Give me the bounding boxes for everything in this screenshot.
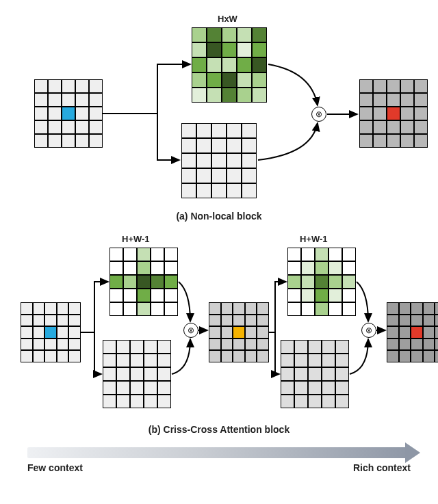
cell: [192, 57, 207, 72]
cell: [207, 57, 222, 72]
cell: [192, 42, 207, 57]
label-hxw: HxW: [218, 14, 237, 24]
cell: [359, 134, 373, 148]
cell: [257, 339, 269, 351]
cell: [44, 339, 57, 351]
cell: [75, 79, 89, 93]
cell: [207, 88, 222, 103]
cell: [281, 381, 294, 395]
cell: [359, 79, 373, 93]
cell: [387, 107, 400, 120]
cell: [252, 57, 267, 72]
cell: [151, 261, 164, 275]
cell: [242, 138, 257, 153]
cell: [21, 339, 33, 351]
cell: [196, 123, 211, 138]
cell: [328, 302, 342, 316]
cell: [211, 138, 227, 153]
cell: [33, 302, 45, 315]
matmul-icon-2: ⊗: [361, 323, 376, 338]
cell: [123, 289, 137, 302]
cell: [233, 350, 245, 362]
cell: [211, 168, 227, 183]
cell: [257, 315, 269, 327]
label-hw1-1: H+W-1: [122, 234, 150, 244]
cell: [33, 326, 45, 339]
cell: [103, 340, 116, 354]
cell: [164, 261, 178, 275]
cell: [209, 315, 221, 327]
cell: [103, 354, 116, 367]
cell: [110, 261, 123, 275]
cell: [181, 153, 196, 168]
cell: [414, 134, 428, 148]
cell: [342, 248, 356, 261]
cell: [33, 350, 45, 362]
cell: [57, 326, 69, 339]
cell: [435, 339, 438, 351]
cell: [342, 275, 356, 289]
cell: [157, 340, 171, 354]
cell: [207, 27, 222, 42]
attention-cross-1: [110, 248, 178, 316]
cell: [328, 248, 342, 261]
cell: [245, 326, 257, 339]
cell: [57, 315, 69, 327]
cell: [242, 153, 257, 168]
cell: [75, 93, 89, 107]
cell: [245, 339, 257, 351]
cell: [68, 315, 81, 327]
cell: [423, 350, 435, 362]
cell: [414, 93, 428, 107]
cell: [62, 134, 75, 148]
cell: [192, 72, 207, 88]
cell: [373, 79, 387, 93]
cell: [222, 57, 237, 72]
cell: [62, 120, 75, 134]
cell: [387, 134, 400, 148]
cell: [237, 57, 252, 72]
cell: [423, 326, 435, 339]
cell: [68, 326, 81, 339]
cell: [242, 123, 257, 138]
cell: [44, 302, 57, 315]
cell: [435, 302, 438, 315]
cell: [144, 340, 157, 354]
cell: [68, 350, 81, 362]
cell: [322, 381, 335, 395]
cell: [130, 395, 144, 408]
cell: [411, 315, 423, 327]
cell: [373, 93, 387, 107]
cell: [242, 168, 257, 183]
cell: [315, 289, 328, 302]
cell: [227, 183, 242, 198]
cell: [227, 153, 242, 168]
caption-a: (a) Non-local block: [21, 211, 417, 222]
cell: [222, 27, 237, 42]
cell: [123, 248, 137, 261]
cell: [322, 354, 335, 367]
cell: [48, 134, 62, 148]
cell: [211, 183, 227, 198]
cell: [68, 339, 81, 351]
cell: [227, 123, 242, 138]
cell: [359, 120, 373, 134]
cell: [301, 289, 315, 302]
cell: [151, 289, 164, 302]
cell: [287, 261, 301, 275]
cell: [257, 302, 269, 315]
cell: [21, 302, 33, 315]
cell: [123, 302, 137, 316]
cell: [399, 315, 411, 327]
cell: [21, 315, 33, 327]
cell: [75, 107, 89, 120]
cell: [308, 340, 322, 354]
cell: [322, 367, 335, 381]
cell: [281, 395, 294, 408]
matmul-icon-1: ⊗: [183, 323, 198, 338]
cell: [373, 120, 387, 134]
intermediate-feature-map: [209, 302, 269, 362]
cell: [399, 326, 411, 339]
cell: [130, 340, 144, 354]
cell: [308, 367, 322, 381]
